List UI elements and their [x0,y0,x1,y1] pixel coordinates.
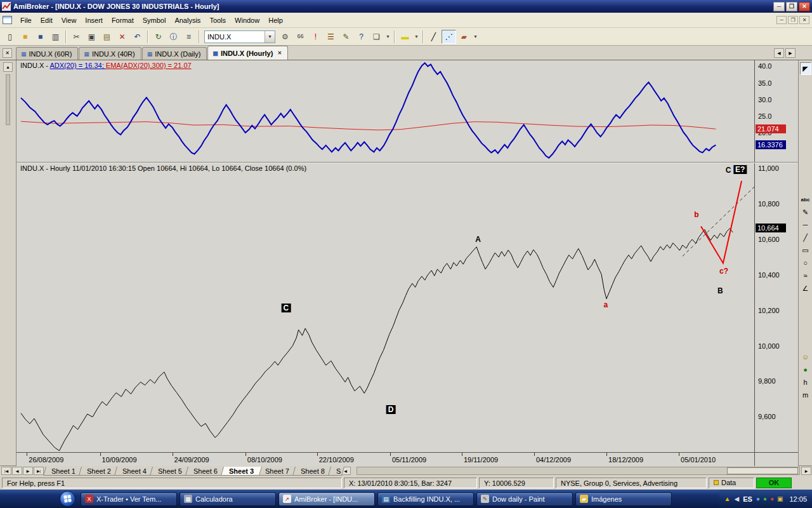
task-im-genes[interactable]: ▰Imágenes [575,492,672,506]
tool-minute-tool-button[interactable]: m [800,389,811,401]
tab-scroll-right-icon[interactable]: ▶ [785,48,796,58]
scroll-up-icon[interactable]: ▲ [3,62,13,72]
sheet-tab-sheet-3[interactable]: Sheet 3 [221,467,262,476]
sheet-nav-0-button[interactable]: |◀ [1,467,11,475]
task-x-trader-ver-tem[interactable]: XX-Trader • Ver Tem... [81,492,177,506]
open-file-button[interactable]: ■ [18,30,32,44]
price-plot[interactable]: INDU.X - Hourly 11/01/2010 16:30:15 Open… [16,163,755,452]
tool-rectangle-button[interactable]: ▭ [800,244,811,257]
undo-button[interactable]: ↶ [130,30,145,44]
sheet-nav-2-button[interactable]: ▶ [23,467,33,475]
delete-button[interactable]: ✕ [115,30,129,44]
dotted-line-tool-button[interactable]: ⋰ [442,30,456,44]
copy-button[interactable]: ▣ [84,30,99,44]
new-window-button[interactable]: ▥ [48,30,63,44]
tool-wave-button[interactable]: ≈ [800,269,811,282]
tool-ellipse-button[interactable]: ○ [800,257,811,269]
save-button[interactable]: ■ [33,30,48,44]
sheet-tab-sheet-2[interactable]: Sheet 2 [79,467,119,476]
language-indicator[interactable]: ES [743,495,752,503]
zoom-button[interactable]: 66 [293,30,308,44]
formula-editor-button[interactable]: ✎ [339,30,353,44]
task-dow-daily-paint[interactable]: ✎Dow daily - Paint [476,492,573,506]
volume-icon[interactable]: ◀ [734,496,739,502]
cut-button[interactable]: ✂ [69,30,84,44]
dropdown-arrow-icon[interactable]: ▼ [384,34,391,39]
sheet-tab-sheet-5[interactable]: Sheet 5 [150,467,190,476]
sheet-tab-sheet-7[interactable]: Sheet 7 [257,467,298,476]
menu-item-help[interactable]: Help [264,15,287,26]
settings-button[interactable]: ⚙ [278,30,292,44]
minimize-button[interactable]: ─ [773,2,785,11]
sheet-scroll-right-button[interactable]: ▶ [801,467,811,475]
mdi-restore-button[interactable]: ❐ [788,16,798,24]
tool-smiley-button[interactable]: ☺ [800,351,811,363]
images-tray-icon[interactable]: ▣ [777,496,783,502]
scrollbar-thumb[interactable] [727,467,798,474]
info-button[interactable]: ⓘ [166,30,181,44]
paste-button[interactable]: ▤ [100,30,114,44]
tab-indu-x-40r[interactable]: ▦INDU.X (40R) [79,47,141,60]
sheet-tab-sheet-1[interactable]: Sheet 1 [43,467,84,476]
menu-item-format[interactable]: Format [107,15,138,26]
menu-item-symbol[interactable]: Symbol [138,15,171,26]
alert-icon[interactable]: ● [770,496,774,502]
tool-trend-line-button[interactable]: ╱ [800,231,811,244]
close-pane-icon[interactable]: ✕ [3,48,12,58]
mdi-minimize-button[interactable]: ─ [776,16,787,24]
close-button[interactable]: ✕ [799,2,810,11]
title-bar[interactable]: AmiBroker - [INDU.X - DOW JONES 30 INDUS… [0,0,812,13]
tab-scroll-left-icon[interactable]: ◀ [774,48,784,58]
sheet-tab-sheet-8[interactable]: Sheet 8 [292,467,333,476]
menu-item-file[interactable]: File [16,15,36,26]
task-backfilling-indu-x[interactable]: ▤Backfilling INDU.X, ... [377,492,474,506]
symbol-combo[interactable]: INDU.X▼ [204,30,275,43]
highlighter-button[interactable]: ▬ [398,30,412,44]
tool-horizontal-line-button[interactable]: ─ [800,218,811,231]
tab-indu-x-daily[interactable]: ▦INDU.X (Daily) [142,47,207,60]
context-help-button[interactable]: ? [354,30,369,44]
tray-shield-icon[interactable]: ▲ [724,496,731,502]
tool-angle-button[interactable]: ∠ [800,282,811,295]
task-amibroker-indu[interactable]: ↗AmiBroker - [INDU... [278,492,375,506]
eraser-button[interactable]: ▰ [457,30,471,44]
line-tool-button[interactable]: ╱ [426,30,441,44]
menu-item-edit[interactable]: Edit [36,15,57,26]
scan-button[interactable]: ☰ [324,30,338,44]
tool-pointer-button[interactable]: ◤ [800,62,811,75]
tab-indu-x-60r[interactable]: ▦INDU.X (60R) [16,47,78,60]
window-tool-button[interactable]: ❏ [369,30,384,44]
sheet-tab-sheet-4[interactable]: Sheet 4 [114,467,155,476]
adx-title-adx[interactable]: ADX(20) = 16.34; [49,62,105,69]
tool-pencil-button[interactable]: ✎ [800,206,811,218]
tool-text-button[interactable]: abc [800,193,811,206]
messenger-icon[interactable]: ● [756,496,760,502]
refresh-button[interactable]: ↻ [151,30,166,44]
parameters-button[interactable]: ≡ [181,30,196,44]
left-scrollbar-track[interactable] [6,74,10,125]
horizontal-scrollbar[interactable] [357,467,800,475]
status-ok-icon[interactable]: ● [763,496,767,502]
dropdown-arrow-icon[interactable]: ▼ [472,34,479,39]
restore-button[interactable]: ❐ [786,2,797,11]
menu-item-view[interactable]: View [57,15,81,26]
sheet-tab-clipped[interactable]: S [328,467,344,476]
menu-item-window[interactable]: Window [230,15,264,26]
task-calculadora[interactable]: ▦Calculadora [180,492,276,506]
mdi-close-button[interactable]: ✕ [799,16,809,24]
menu-item-analysis[interactable]: Analysis [170,15,205,26]
tool-ball-button[interactable]: ● [800,363,811,376]
close-tab-icon[interactable]: ✕ [277,50,282,56]
dropdown-arrow-icon[interactable]: ▼ [413,34,420,39]
start-button[interactable] [60,491,75,507]
sheet-tab-sheet-6[interactable]: Sheet 6 [185,467,226,476]
menu-item-insert[interactable]: Insert [81,15,107,26]
tab-indu-x-hourly[interactable]: ▦INDU.X (Hourly)✕ [207,46,288,60]
adx-title-ema[interactable]: EMA(ADX(20),300) = 21.07 [106,62,192,69]
menu-item-tools[interactable]: Tools [205,15,230,26]
new-file-button[interactable]: ▯ [3,30,17,44]
chart-document-icon[interactable] [3,16,12,24]
chevron-down-icon[interactable]: ▼ [265,31,275,43]
alert-button[interactable]: ! [308,30,323,44]
adx-plot[interactable]: INDU.X - ADX(20) = 16.34; EMA(ADX(20),30… [16,60,755,162]
